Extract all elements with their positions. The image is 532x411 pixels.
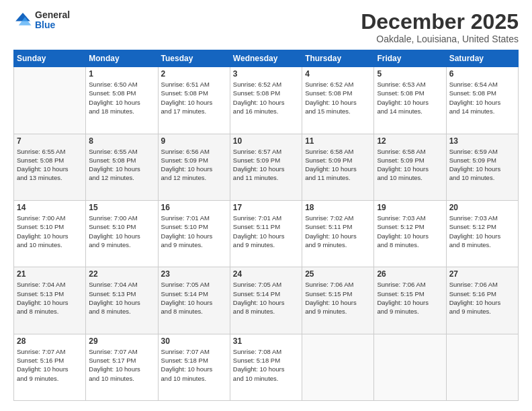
calendar-cell-w1-d2: 1Sunrise: 6:50 AM Sunset: 5:08 PM Daylig…	[86, 67, 158, 134]
day-info-19: Sunrise: 7:03 AM Sunset: 5:12 PM Dayligh…	[377, 214, 443, 249]
calendar-cell-w2-d2: 8Sunrise: 6:55 AM Sunset: 5:08 PM Daylig…	[86, 134, 158, 200]
main-title: December 2025	[361, 10, 519, 34]
col-sunday: Sunday	[14, 50, 86, 67]
day-info-26: Sunrise: 7:06 AM Sunset: 5:15 PM Dayligh…	[377, 280, 443, 316]
day-info-17: Sunrise: 7:01 AM Sunset: 5:11 PM Dayligh…	[233, 214, 299, 249]
calendar-cell-w2-d5: 11Sunrise: 6:58 AM Sunset: 5:09 PM Dayli…	[302, 134, 374, 200]
day-info-20: Sunrise: 7:03 AM Sunset: 5:12 PM Dayligh…	[449, 214, 515, 249]
day-number-12: 12	[377, 136, 443, 146]
day-number-19: 19	[377, 203, 443, 212]
day-number-27: 27	[449, 269, 515, 279]
calendar-cell-w5-d7	[446, 334, 518, 400]
day-number-17: 17	[233, 203, 299, 212]
day-number-18: 18	[305, 203, 371, 212]
day-info-8: Sunrise: 6:55 AM Sunset: 5:08 PM Dayligh…	[89, 147, 154, 183]
calendar-week-5: 28Sunrise: 7:07 AM Sunset: 5:16 PM Dayli…	[14, 334, 519, 400]
day-info-30: Sunrise: 7:07 AM Sunset: 5:18 PM Dayligh…	[161, 347, 227, 383]
day-info-16: Sunrise: 7:01 AM Sunset: 5:10 PM Dayligh…	[161, 214, 227, 249]
day-info-27: Sunrise: 7:06 AM Sunset: 5:16 PM Dayligh…	[449, 280, 515, 316]
calendar-cell-w4-d6: 26Sunrise: 7:06 AM Sunset: 5:15 PM Dayli…	[374, 267, 446, 334]
col-tuesday: Tuesday	[158, 50, 230, 67]
calendar-cell-w3-d5: 18Sunrise: 7:02 AM Sunset: 5:11 PM Dayli…	[302, 200, 374, 267]
logo-icon	[13, 11, 32, 30]
day-number-26: 26	[377, 269, 443, 279]
calendar-cell-w2-d3: 9Sunrise: 6:56 AM Sunset: 5:09 PM Daylig…	[158, 134, 230, 200]
day-number-24: 24	[233, 269, 299, 279]
day-number-13: 13	[449, 136, 515, 146]
calendar-header-row: Sunday Monday Tuesday Wednesday Thursday…	[14, 50, 519, 67]
day-number-2: 2	[161, 69, 227, 79]
calendar-cell-w3-d6: 19Sunrise: 7:03 AM Sunset: 5:12 PM Dayli…	[374, 200, 446, 267]
calendar-cell-w2-d6: 12Sunrise: 6:58 AM Sunset: 5:09 PM Dayli…	[374, 134, 446, 200]
calendar-cell-w3-d7: 20Sunrise: 7:03 AM Sunset: 5:12 PM Dayli…	[446, 200, 518, 267]
calendar-cell-w2-d4: 10Sunrise: 6:57 AM Sunset: 5:09 PM Dayli…	[230, 134, 302, 200]
day-number-15: 15	[89, 203, 154, 212]
calendar-week-2: 7Sunrise: 6:55 AM Sunset: 5:08 PM Daylig…	[14, 134, 519, 200]
day-info-7: Sunrise: 6:55 AM Sunset: 5:08 PM Dayligh…	[17, 147, 83, 183]
day-number-16: 16	[161, 203, 227, 212]
logo-general-text: General	[35, 10, 70, 20]
day-number-25: 25	[305, 269, 371, 279]
calendar-cell-w4-d2: 22Sunrise: 7:04 AM Sunset: 5:13 PM Dayli…	[86, 267, 158, 334]
day-info-12: Sunrise: 6:58 AM Sunset: 5:09 PM Dayligh…	[377, 147, 443, 183]
calendar-cell-w2-d1: 7Sunrise: 6:55 AM Sunset: 5:08 PM Daylig…	[14, 134, 86, 200]
calendar-cell-w5-d2: 29Sunrise: 7:07 AM Sunset: 5:17 PM Dayli…	[86, 334, 158, 400]
day-number-9: 9	[161, 136, 227, 146]
calendar-cell-w5-d3: 30Sunrise: 7:07 AM Sunset: 5:18 PM Dayli…	[158, 334, 230, 400]
day-info-14: Sunrise: 7:00 AM Sunset: 5:10 PM Dayligh…	[17, 214, 83, 249]
day-number-7: 7	[17, 136, 83, 146]
day-info-24: Sunrise: 7:05 AM Sunset: 5:14 PM Dayligh…	[233, 280, 299, 316]
day-number-14: 14	[17, 203, 83, 212]
day-number-30: 30	[161, 336, 227, 346]
day-number-5: 5	[377, 69, 443, 79]
calendar-cell-w2-d7: 13Sunrise: 6:59 AM Sunset: 5:09 PM Dayli…	[446, 134, 518, 200]
calendar-cell-w3-d3: 16Sunrise: 7:01 AM Sunset: 5:10 PM Dayli…	[158, 200, 230, 267]
header: General Blue December 2025 Oakdale, Loui…	[13, 10, 519, 44]
day-number-1: 1	[89, 69, 154, 79]
day-info-21: Sunrise: 7:04 AM Sunset: 5:13 PM Dayligh…	[17, 280, 83, 316]
col-saturday: Saturday	[446, 50, 518, 67]
day-number-4: 4	[305, 69, 371, 79]
day-info-23: Sunrise: 7:05 AM Sunset: 5:14 PM Dayligh…	[161, 280, 227, 316]
day-number-20: 20	[449, 203, 515, 212]
calendar-cell-w5-d1: 28Sunrise: 7:07 AM Sunset: 5:16 PM Dayli…	[14, 334, 86, 400]
calendar-cell-w5-d5	[302, 334, 374, 400]
day-number-10: 10	[233, 136, 299, 146]
page: General Blue December 2025 Oakdale, Loui…	[0, 0, 532, 411]
day-info-5: Sunrise: 6:53 AM Sunset: 5:08 PM Dayligh…	[377, 80, 443, 116]
day-info-29: Sunrise: 7:07 AM Sunset: 5:17 PM Dayligh…	[89, 347, 154, 383]
logo: General Blue	[13, 10, 70, 31]
logo-blue-text: Blue	[35, 20, 70, 30]
subtitle: Oakdale, Louisiana, United States	[361, 34, 519, 44]
calendar-cell-w4-d3: 23Sunrise: 7:05 AM Sunset: 5:14 PM Dayli…	[158, 267, 230, 334]
day-number-3: 3	[233, 69, 299, 79]
calendar-cell-w3-d4: 17Sunrise: 7:01 AM Sunset: 5:11 PM Dayli…	[230, 200, 302, 267]
calendar-cell-w3-d2: 15Sunrise: 7:00 AM Sunset: 5:10 PM Dayli…	[86, 200, 158, 267]
day-info-4: Sunrise: 6:52 AM Sunset: 5:08 PM Dayligh…	[305, 80, 371, 116]
day-info-9: Sunrise: 6:56 AM Sunset: 5:09 PM Dayligh…	[161, 147, 227, 183]
day-info-3: Sunrise: 6:52 AM Sunset: 5:08 PM Dayligh…	[233, 80, 299, 116]
col-wednesday: Wednesday	[230, 50, 302, 67]
calendar-cell-w1-d5: 4Sunrise: 6:52 AM Sunset: 5:08 PM Daylig…	[302, 67, 374, 134]
day-info-10: Sunrise: 6:57 AM Sunset: 5:09 PM Dayligh…	[233, 147, 299, 183]
day-number-22: 22	[89, 269, 154, 279]
day-number-29: 29	[89, 336, 154, 346]
day-info-22: Sunrise: 7:04 AM Sunset: 5:13 PM Dayligh…	[89, 280, 154, 316]
day-info-15: Sunrise: 7:00 AM Sunset: 5:10 PM Dayligh…	[89, 214, 154, 249]
day-number-23: 23	[161, 269, 227, 279]
calendar-week-3: 14Sunrise: 7:00 AM Sunset: 5:10 PM Dayli…	[14, 200, 519, 267]
logo-text: General Blue	[35, 10, 70, 31]
calendar-week-1: 1Sunrise: 6:50 AM Sunset: 5:08 PM Daylig…	[14, 67, 519, 134]
calendar-cell-w3-d1: 14Sunrise: 7:00 AM Sunset: 5:10 PM Dayli…	[14, 200, 86, 267]
calendar-cell-w1-d7: 6Sunrise: 6:54 AM Sunset: 5:08 PM Daylig…	[446, 67, 518, 134]
day-info-6: Sunrise: 6:54 AM Sunset: 5:08 PM Dayligh…	[449, 80, 515, 116]
day-info-28: Sunrise: 7:07 AM Sunset: 5:16 PM Dayligh…	[17, 347, 83, 383]
day-info-11: Sunrise: 6:58 AM Sunset: 5:09 PM Dayligh…	[305, 147, 371, 183]
day-info-25: Sunrise: 7:06 AM Sunset: 5:15 PM Dayligh…	[305, 280, 371, 316]
calendar-cell-w1-d3: 2Sunrise: 6:51 AM Sunset: 5:08 PM Daylig…	[158, 67, 230, 134]
col-friday: Friday	[374, 50, 446, 67]
day-info-18: Sunrise: 7:02 AM Sunset: 5:11 PM Dayligh…	[305, 214, 371, 249]
day-info-31: Sunrise: 7:08 AM Sunset: 5:18 PM Dayligh…	[233, 347, 299, 383]
day-number-6: 6	[449, 69, 515, 79]
calendar-cell-w4-d4: 24Sunrise: 7:05 AM Sunset: 5:14 PM Dayli…	[230, 267, 302, 334]
